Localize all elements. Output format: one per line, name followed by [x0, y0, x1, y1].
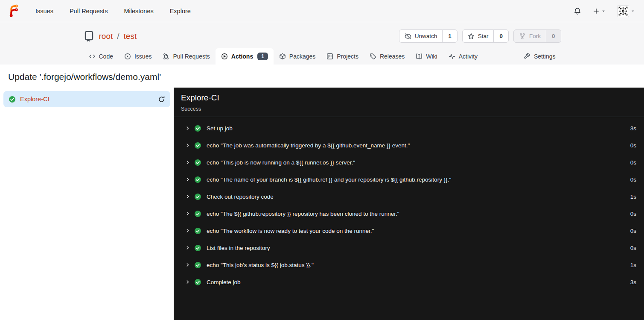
- step-row[interactable]: Complete job3s: [174, 273, 644, 291]
- sidebar-job-explore-ci[interactable]: Explore-CI: [3, 91, 170, 107]
- check-circle-icon: [194, 142, 201, 149]
- check-circle-icon: [194, 227, 201, 235]
- eye-slash-icon: [405, 33, 411, 40]
- main-content: Update '.forgejo/workflows/demo.yaml' Ex…: [0, 65, 644, 320]
- fork-label: Fork: [529, 33, 541, 39]
- step-duration: 3s: [630, 125, 636, 132]
- tab-settings[interactable]: Settings: [518, 48, 561, 65]
- issue-icon: [124, 53, 131, 60]
- tab-label: Pull Requests: [173, 53, 210, 60]
- check-circle-icon: [194, 159, 201, 166]
- step-row[interactable]: echo "The name of your branch is ${{ git…: [174, 171, 644, 188]
- tab-wiki[interactable]: Wiki: [410, 48, 443, 65]
- chevron-right-icon[interactable]: [185, 177, 190, 182]
- tab-releases[interactable]: Releases: [364, 48, 410, 65]
- step-name: Complete job: [207, 279, 241, 285]
- repo-action-buttons: Unwatch1Star0Fork0: [399, 29, 561, 43]
- step-duration: 0s: [630, 142, 636, 149]
- nav-link-explore[interactable]: Explore: [162, 0, 199, 22]
- step-row[interactable]: Check out repository code1s: [174, 188, 644, 205]
- nav-link-issues[interactable]: Issues: [27, 0, 61, 22]
- step-row[interactable]: echo "The ${{ github.repository }} repos…: [174, 205, 644, 222]
- check-circle-icon: [194, 193, 201, 200]
- step-duration: 1s: [630, 194, 636, 200]
- repo-header: root / test Unwatch1Star0Fork0 CodeIssue…: [0, 22, 644, 65]
- bell-icon[interactable]: [574, 7, 581, 15]
- forgejo-logo-icon[interactable]: [7, 4, 20, 18]
- step-name: List files in the repository: [207, 245, 270, 251]
- pulse-icon: [449, 53, 455, 60]
- step-row[interactable]: Set up job3s: [174, 120, 644, 137]
- step-row[interactable]: echo "This job's status is ${{ job.statu…: [174, 256, 644, 273]
- chevron-right-icon[interactable]: [185, 160, 190, 165]
- check-circle-icon: [194, 279, 201, 286]
- tab-packages[interactable]: Packages: [274, 48, 321, 65]
- star-count[interactable]: 0: [493, 30, 508, 42]
- tab-code[interactable]: Code: [83, 48, 119, 65]
- jobs-sidebar: Explore-CI: [0, 88, 174, 320]
- repo-owner-link[interactable]: root: [99, 32, 113, 41]
- tab-issues[interactable]: Issues: [119, 48, 157, 65]
- create-new-button[interactable]: [593, 8, 606, 15]
- code-icon: [89, 53, 96, 60]
- chevron-right-icon[interactable]: [185, 211, 190, 216]
- job-steps-list: Set up job3secho "The job was automatica…: [174, 117, 644, 291]
- workflow-run-title: Update '.forgejo/workflows/demo.yaml': [0, 65, 644, 88]
- tab-label: Code: [99, 53, 113, 60]
- step-row[interactable]: List files in the repository0s: [174, 239, 644, 256]
- job-title: Explore-CI: [181, 93, 637, 103]
- repo-name-link[interactable]: test: [124, 32, 137, 41]
- step-duration: 0s: [630, 176, 636, 183]
- star-label: Star: [478, 33, 489, 39]
- unwatch-count[interactable]: 1: [442, 30, 457, 42]
- step-row[interactable]: echo "This job is now running on a ${{ r…: [174, 154, 644, 171]
- star-button[interactable]: Star: [463, 30, 494, 42]
- tab-label: Activity: [459, 53, 478, 60]
- user-menu-button[interactable]: [617, 5, 635, 17]
- tab-projects[interactable]: Projects: [321, 48, 364, 65]
- chevron-right-icon[interactable]: [185, 143, 190, 148]
- plus-icon: [593, 8, 600, 15]
- chevron-right-icon[interactable]: [185, 194, 190, 199]
- star-button-group: Star0: [462, 29, 509, 43]
- pull-request-icon: [163, 53, 169, 60]
- refresh-icon[interactable]: [158, 96, 165, 103]
- step-name: echo "This job is now running on a ${{ r…: [207, 159, 355, 166]
- navbar-right: [574, 5, 637, 17]
- tag-icon: [370, 53, 376, 60]
- book-icon: [416, 53, 423, 60]
- tab-actions[interactable]: Actions1: [216, 48, 274, 65]
- unwatch-button[interactable]: Unwatch: [399, 30, 443, 42]
- step-row[interactable]: echo "The workflow is now ready to test …: [174, 222, 644, 239]
- chevron-right-icon[interactable]: [185, 245, 190, 250]
- fork-count: 0: [546, 30, 561, 42]
- fork-icon: [519, 33, 526, 40]
- chevron-right-icon[interactable]: [185, 228, 190, 233]
- step-name: echo "The job was automatically triggere…: [207, 142, 410, 149]
- chevron-down-icon: [631, 9, 635, 13]
- step-name: echo "This job's status is ${{ job.statu…: [207, 262, 314, 268]
- tab-label: Settings: [534, 53, 556, 60]
- check-circle-icon: [194, 210, 201, 217]
- step-row[interactable]: echo "The job was automatically triggere…: [174, 137, 644, 154]
- tab-label: Wiki: [426, 53, 437, 60]
- check-circle-icon: [194, 244, 201, 252]
- job-panel-header: Explore-CI Success: [174, 88, 644, 117]
- unwatch-button-group: Unwatch1: [399, 29, 458, 43]
- step-name: Set up job: [207, 125, 233, 132]
- check-circle-icon: [194, 125, 201, 132]
- chevron-right-icon[interactable]: [185, 262, 190, 267]
- chevron-right-icon[interactable]: [185, 126, 190, 131]
- step-name: echo "The ${{ github.repository }} repos…: [207, 211, 399, 217]
- tab-pull-requests[interactable]: Pull Requests: [157, 48, 215, 65]
- chevron-right-icon[interactable]: [185, 279, 190, 285]
- nav-link-milestones[interactable]: Milestones: [116, 0, 161, 22]
- sidebar-job-name: Explore-CI: [20, 96, 50, 103]
- tab-activity[interactable]: Activity: [443, 48, 483, 65]
- repo-book-icon: [83, 30, 95, 42]
- project-icon: [326, 53, 333, 60]
- tab-label: Releases: [380, 53, 405, 60]
- play-icon: [221, 53, 228, 60]
- step-name: echo "The name of your branch is ${{ git…: [207, 176, 451, 183]
- nav-link-pull-requests[interactable]: Pull Requests: [61, 0, 116, 22]
